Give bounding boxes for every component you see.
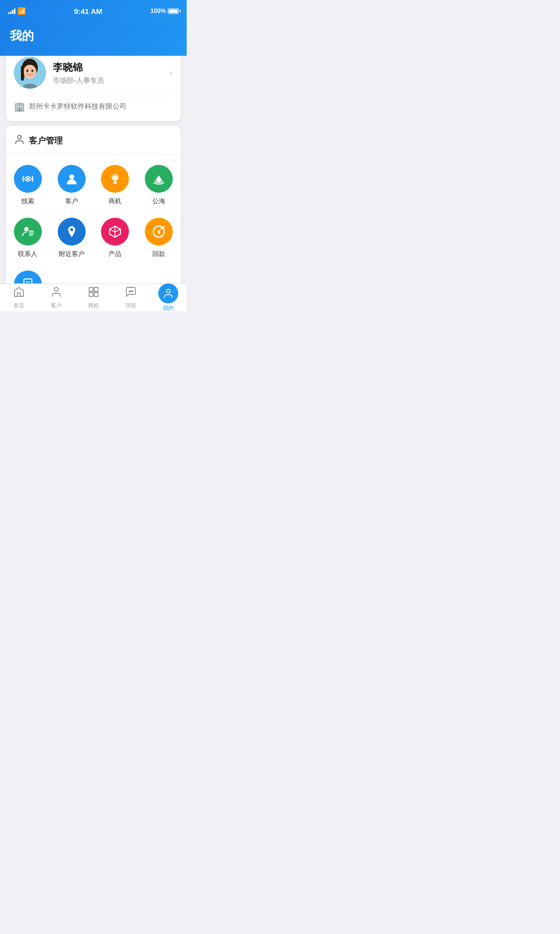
nav-label-customer: 客户 bbox=[51, 302, 62, 309]
profile-top: 李晓锦 市场部-人事专员 › bbox=[14, 57, 173, 89]
page-title: 我的 bbox=[10, 28, 177, 44]
clue-icon bbox=[14, 165, 42, 193]
nearby-icon bbox=[58, 218, 86, 246]
svg-rect-36 bbox=[89, 287, 93, 291]
signal-icon bbox=[8, 8, 15, 14]
profile-info: 李晓锦 市场部-人事专员 bbox=[53, 61, 170, 85]
svg-point-9 bbox=[17, 135, 21, 139]
public-sea-icon bbox=[145, 165, 173, 193]
opportunity-icon bbox=[101, 165, 129, 193]
svg-point-5 bbox=[23, 65, 36, 79]
battery-icon bbox=[168, 8, 179, 14]
product-icon bbox=[101, 218, 129, 246]
customer-label: 客户 bbox=[65, 197, 78, 206]
svg-text:¥: ¥ bbox=[157, 228, 161, 236]
scroll-container: 李晓锦 市场部-人事专员 › 🏢 郑州卡卡罗特软件科技有限公司 客户管理 bbox=[0, 56, 187, 311]
grid-item-product[interactable]: 产品 bbox=[94, 212, 137, 265]
header: 我的 bbox=[0, 22, 187, 56]
svg-rect-13 bbox=[113, 181, 116, 183]
avatar[interactable] bbox=[14, 57, 46, 89]
grid-item-clue[interactable]: 线索 bbox=[6, 159, 50, 212]
customer-management-icon bbox=[14, 134, 25, 147]
nav-customer-icon bbox=[50, 286, 62, 301]
grid-item-customer[interactable]: 客户 bbox=[50, 159, 94, 212]
profile-role: 市场部-人事专员 bbox=[53, 76, 170, 85]
payment-label: 回款 bbox=[152, 250, 165, 259]
contact-icon bbox=[14, 218, 42, 246]
svg-point-6 bbox=[26, 70, 28, 72]
clue-label: 线索 bbox=[21, 197, 34, 206]
svg-point-22 bbox=[70, 228, 73, 231]
nav-opportunity-icon bbox=[88, 286, 100, 301]
svg-rect-14 bbox=[113, 183, 117, 184]
svg-rect-38 bbox=[89, 292, 93, 296]
status-right: 100% bbox=[150, 7, 179, 14]
svg-point-7 bbox=[31, 70, 33, 72]
payment-icon: ¥ bbox=[145, 218, 173, 246]
grid-item-payment[interactable]: ¥ 回款 bbox=[137, 212, 181, 265]
nav-item-customer[interactable]: 客户 bbox=[37, 283, 75, 311]
product-label: 产品 bbox=[109, 250, 121, 259]
svg-point-40 bbox=[129, 291, 130, 292]
nav-item-opportunity[interactable]: 商机 bbox=[75, 283, 112, 311]
public-sea-label: 公海 bbox=[152, 197, 165, 206]
svg-point-42 bbox=[132, 291, 133, 292]
status-time: 9:41 AM bbox=[74, 7, 103, 15]
customer-management-title: 客户管理 bbox=[29, 135, 63, 146]
wifi-icon: 📶 bbox=[17, 7, 26, 15]
nearby-label: 附近客户 bbox=[59, 250, 85, 259]
profile-chevron-icon[interactable]: › bbox=[170, 68, 173, 78]
nav-item-home[interactable]: 首页 bbox=[0, 283, 37, 311]
profile-name: 李晓锦 bbox=[53, 61, 170, 74]
grid-item-opportunity[interactable]: 商机 bbox=[94, 159, 137, 212]
bottom-nav: 首页 客户 商机 bbox=[0, 283, 187, 311]
svg-rect-8 bbox=[21, 66, 24, 81]
section-header-customer: 客户管理 bbox=[6, 134, 181, 154]
contact-label: 联系人 bbox=[18, 250, 37, 259]
nav-label-opportunity: 商机 bbox=[88, 302, 99, 309]
svg-point-43 bbox=[166, 289, 170, 293]
battery-percent: 100% bbox=[150, 7, 166, 14]
home-icon bbox=[13, 286, 25, 301]
opportunity-label: 商机 bbox=[109, 197, 121, 206]
customer-icon bbox=[58, 165, 86, 193]
svg-point-11 bbox=[69, 174, 74, 179]
svg-point-41 bbox=[130, 291, 131, 292]
nav-label-message: 消息 bbox=[125, 302, 136, 309]
nav-mine-circle bbox=[158, 283, 178, 303]
nav-label-home: 首页 bbox=[13, 302, 24, 309]
grid-item-contact[interactable]: 联系人 bbox=[6, 212, 50, 265]
company-name: 郑州卡卡罗特软件科技有限公司 bbox=[29, 102, 126, 111]
status-bar: 📶 9:41 AM 100% bbox=[0, 0, 187, 22]
profile-company: 🏢 郑州卡卡罗特软件科技有限公司 bbox=[14, 96, 173, 112]
svg-point-10 bbox=[26, 177, 29, 180]
nav-item-mine[interactable]: 我的 bbox=[149, 280, 187, 311]
nav-label-mine: 我的 bbox=[163, 304, 174, 311]
building-icon: 🏢 bbox=[14, 101, 25, 112]
svg-point-18 bbox=[24, 227, 28, 232]
svg-rect-37 bbox=[94, 287, 98, 291]
svg-point-35 bbox=[54, 287, 58, 291]
grid-item-nearby[interactable]: 附近客户 bbox=[50, 212, 94, 265]
nav-item-message[interactable]: 消息 bbox=[112, 283, 149, 311]
grid-item-public-sea[interactable]: 公海 bbox=[137, 159, 181, 212]
nav-message-icon bbox=[125, 286, 137, 301]
status-left: 📶 bbox=[8, 7, 26, 15]
svg-rect-39 bbox=[94, 292, 98, 296]
profile-card: 李晓锦 市场部-人事专员 › 🏢 郑州卡卡罗特软件科技有限公司 bbox=[6, 56, 181, 121]
svg-rect-34 bbox=[17, 293, 20, 296]
